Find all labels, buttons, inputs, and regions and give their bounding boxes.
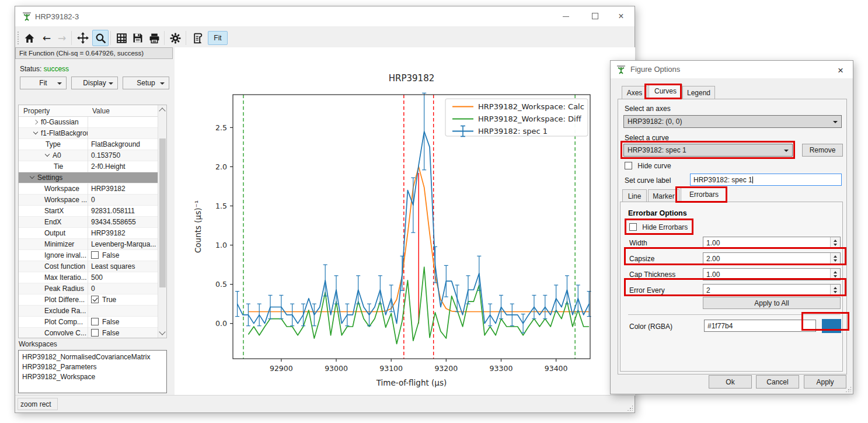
display-menu-button[interactable]: Display bbox=[71, 77, 118, 89]
spin-buttons[interactable] bbox=[830, 269, 840, 280]
property-row-minimizer[interactable]: MinimizerLevenberg-Marqua... bbox=[19, 239, 158, 250]
value-checkbox[interactable] bbox=[91, 318, 99, 325]
property-table-scrollbar[interactable] bbox=[158, 105, 166, 338]
close-button[interactable]: × bbox=[612, 10, 630, 23]
curve-combobox[interactable]: HRP39182: spec 1 bbox=[623, 144, 793, 157]
pan-tool-button[interactable] bbox=[75, 30, 91, 46]
property-row-cost-function[interactable]: Cost functionLeast squares bbox=[19, 261, 158, 272]
curve-label-input[interactable]: HRP39182: spec 1 bbox=[690, 174, 842, 186]
property-row-output[interactable]: OutputHRP39182 bbox=[19, 228, 158, 239]
property-value[interactable]: 0 bbox=[88, 283, 158, 294]
zoom-tool-button[interactable] bbox=[92, 30, 109, 46]
apply-to-all-button[interactable]: Apply to All bbox=[703, 297, 841, 309]
capsize-spinbox[interactable]: 2.00 bbox=[703, 252, 841, 265]
spin-up-icon[interactable] bbox=[834, 255, 837, 258]
property-row-startx[interactable]: StartX92831.058111 bbox=[19, 206, 158, 217]
value-checkbox[interactable] bbox=[91, 251, 99, 259]
property-row-peak-radius[interactable]: Peak Radius0 bbox=[19, 283, 158, 294]
home-tool-button[interactable] bbox=[21, 30, 37, 46]
spin-buttons[interactable] bbox=[830, 237, 840, 248]
property-value[interactable]: Levenberg-Marqua... bbox=[88, 239, 158, 250]
property-value[interactable]: 0 bbox=[88, 195, 158, 206]
property-value[interactable]: False bbox=[88, 250, 158, 261]
width-spinbox[interactable]: 1.00 bbox=[703, 237, 841, 249]
spin-down-icon[interactable] bbox=[834, 259, 837, 262]
hide-curve-checkbox[interactable] bbox=[625, 162, 632, 169]
property-row-endx[interactable]: EndX93434.558655 bbox=[19, 217, 158, 228]
plot-canvas[interactable]: 9290093000931009320093300934000.00.51.01… bbox=[175, 47, 635, 396]
property-row-f0-gaussian[interactable]: f0-Gaussian bbox=[19, 117, 158, 128]
workspace-list-item[interactable]: HRP39182_Workspace bbox=[22, 372, 163, 382]
setup-menu-button[interactable]: Setup bbox=[123, 77, 169, 89]
workspace-list-item[interactable]: HRP39182_Parameters bbox=[22, 362, 163, 372]
error-every-spinbox[interactable]: 2 bbox=[703, 284, 841, 296]
fit-tool-button[interactable]: Fit bbox=[208, 31, 228, 45]
cancel-button[interactable]: Cancel bbox=[756, 375, 799, 389]
back-tool-button[interactable]: ← bbox=[39, 30, 55, 46]
spin-up-icon[interactable] bbox=[834, 271, 837, 273]
remove-curve-button[interactable]: Remove bbox=[802, 144, 843, 157]
tab-curves[interactable]: Curves bbox=[649, 84, 682, 99]
property-value[interactable] bbox=[88, 128, 158, 139]
property-value[interactable]: True bbox=[88, 294, 158, 306]
property-row-plot-differe-[interactable]: Plot Differe...True bbox=[19, 294, 158, 306]
property-row-exclude-ra-[interactable]: Exclude Ra... bbox=[19, 306, 158, 317]
color-swatch[interactable] bbox=[822, 319, 841, 333]
fit-menu-button[interactable]: Fit bbox=[20, 77, 67, 89]
color-input[interactable]: #1f77b4 bbox=[704, 320, 816, 332]
spin-down-icon[interactable] bbox=[834, 275, 837, 278]
scroll-up-icon[interactable] bbox=[159, 108, 165, 114]
property-value[interactable]: HRP39182 bbox=[88, 228, 158, 239]
property-row-max-iteratio-[interactable]: Max Iteratio...500 bbox=[19, 272, 158, 283]
property-value[interactable]: False bbox=[88, 328, 158, 338]
property-row-ignore-inval-[interactable]: Ignore inval...False bbox=[19, 250, 158, 261]
script-tool-button[interactable] bbox=[189, 30, 205, 46]
settings-tool-button[interactable] bbox=[167, 30, 183, 46]
forward-tool-button[interactable]: → bbox=[54, 30, 70, 46]
chevron-down-icon[interactable] bbox=[45, 152, 50, 157]
property-value[interactable] bbox=[88, 306, 158, 317]
hide-errorbars-checkbox[interactable] bbox=[629, 223, 637, 231]
axes-combobox[interactable]: HRP39182: (0, 0) bbox=[623, 115, 842, 128]
property-value[interactable]: False bbox=[88, 317, 158, 328]
property-value[interactable]: 92831.058111 bbox=[88, 206, 158, 217]
value-checkbox[interactable] bbox=[91, 329, 99, 337]
print-tool-button[interactable] bbox=[146, 30, 162, 46]
property-row-workspace[interactable]: WorkspaceHRP39182 bbox=[19, 183, 158, 195]
property-row-f1-flatbackground[interactable]: f1-FlatBackground bbox=[19, 128, 158, 139]
property-value[interactable]: Least squares bbox=[88, 261, 158, 272]
property-row-plot-comp-[interactable]: Plot Comp...False bbox=[19, 317, 158, 328]
resize-grip-icon[interactable] bbox=[627, 405, 633, 411]
spin-buttons[interactable] bbox=[830, 253, 840, 264]
scroll-down-icon[interactable] bbox=[159, 328, 165, 335]
property-row-a0[interactable]: A00.153750 bbox=[19, 150, 158, 161]
property-value[interactable]: 2-f0.Height bbox=[88, 161, 158, 172]
subtab-marker[interactable]: Marker bbox=[648, 189, 679, 203]
property-value[interactable]: 93434.558655 bbox=[88, 217, 158, 228]
dialog-close-icon[interactable]: × bbox=[833, 64, 848, 78]
output-workspaces-list[interactable]: HRP39182_NormalisedCovarianceMatrixHRP39… bbox=[18, 350, 167, 393]
spin-down-icon[interactable] bbox=[834, 291, 837, 293]
property-row-settings[interactable]: Settings bbox=[19, 172, 158, 183]
chevron-down-icon[interactable] bbox=[33, 130, 38, 134]
subtab-line[interactable]: Line bbox=[622, 189, 647, 203]
grid-subplots-tool-button[interactable] bbox=[113, 30, 130, 46]
property-value[interactable]: 0.153750 bbox=[88, 150, 158, 161]
ok-button[interactable]: Ok bbox=[709, 375, 752, 389]
subtab-errorbars[interactable]: Errorbars bbox=[681, 188, 727, 203]
tab-legend[interactable]: Legend bbox=[682, 86, 715, 99]
property-value[interactable]: FlatBackground bbox=[88, 139, 158, 150]
spin-down-icon[interactable] bbox=[834, 244, 837, 246]
workspace-list-item[interactable]: HRP39182_NormalisedCovarianceMatrix bbox=[22, 352, 163, 362]
chevron-right-icon[interactable] bbox=[33, 120, 38, 124]
cap-thickness-spinbox[interactable]: 1.00 bbox=[703, 268, 841, 280]
tab-axes[interactable]: Axes bbox=[622, 86, 647, 99]
property-value[interactable]: HRP39182 bbox=[88, 183, 158, 195]
property-value[interactable] bbox=[88, 117, 158, 128]
minimize-button[interactable] bbox=[557, 10, 574, 23]
property-row-convolve-c-[interactable]: Convolve C...False bbox=[19, 328, 158, 338]
value-checkbox[interactable] bbox=[91, 296, 99, 303]
property-row-workspace-[interactable]: Workspace ...0 bbox=[19, 195, 158, 206]
property-row-type[interactable]: TypeFlatBackground bbox=[19, 139, 158, 150]
chevron-down-icon[interactable] bbox=[30, 174, 34, 179]
